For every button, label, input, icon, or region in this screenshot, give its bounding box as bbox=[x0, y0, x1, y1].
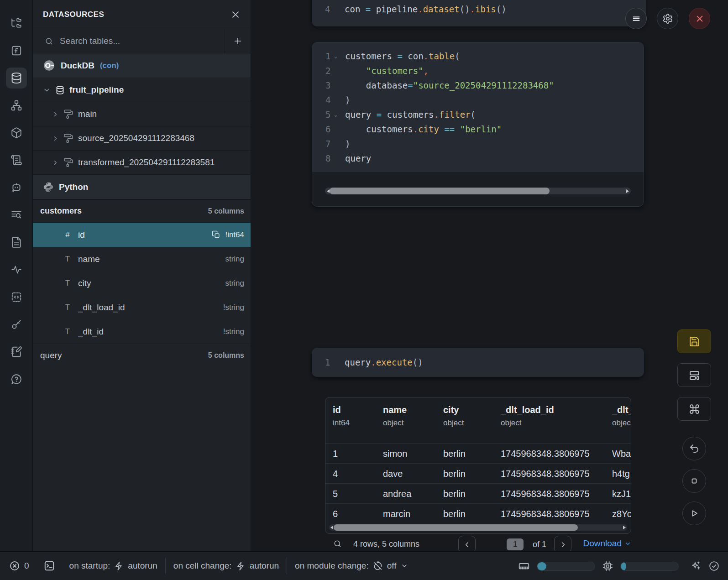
code-line[interactable]: 4) bbox=[312, 93, 644, 107]
connected-check-icon[interactable] bbox=[708, 560, 720, 572]
database-small-icon bbox=[55, 85, 65, 95]
table-name: customers bbox=[40, 206, 82, 216]
notebook-menu-button[interactable] bbox=[625, 8, 647, 29]
errors-indicator[interactable]: 0 bbox=[9, 560, 29, 571]
code-cell-execute[interactable]: 1query.execute() bbox=[312, 348, 644, 377]
schema-list: main source_202504291112283468 transform… bbox=[33, 102, 251, 175]
tree-item-schema[interactable]: main bbox=[33, 102, 251, 126]
sidebar-item-snippets[interactable] bbox=[6, 287, 27, 308]
table-row[interactable]: 5andreaberlin1745968348.3806975kzJ1 bbox=[325, 484, 631, 504]
column-row[interactable]: T _dlt_id !string bbox=[33, 319, 251, 344]
sidebar-item-find[interactable] bbox=[6, 204, 27, 225]
previous-page-button[interactable] bbox=[458, 536, 476, 551]
sidebar-item-file-tree[interactable] bbox=[6, 13, 27, 34]
search-input[interactable]: Search tables... bbox=[33, 29, 225, 53]
table-header-query[interactable]: query 5 columns bbox=[33, 344, 251, 367]
code-editor[interactable]: 1⌄customers = con.table(2 "customers",3 … bbox=[312, 42, 644, 172]
code-line[interactable]: 3 database="source_202504291112283468" bbox=[312, 78, 644, 93]
sidebar-item-logs[interactable] bbox=[6, 150, 27, 171]
sidebar-item-help[interactable] bbox=[6, 369, 27, 390]
code-line[interactable]: 5⌄query = customers.filter( bbox=[312, 107, 644, 122]
copy-icon[interactable] bbox=[212, 230, 220, 239]
result-column-header[interactable]: cityobject bbox=[443, 405, 464, 428]
ai-sparkles-icon[interactable] bbox=[690, 560, 702, 572]
table-row[interactable]: 4daveberlin1745968348.3806975h4tg bbox=[325, 464, 631, 484]
table-row[interactable]: 6marcinberlin1745968348.3806975z8Yo bbox=[325, 504, 631, 524]
code-line[interactable]: 6 customers.city == "berlin" bbox=[312, 122, 644, 136]
add-datasource-button[interactable] bbox=[225, 29, 251, 53]
column-dtype: string bbox=[225, 255, 244, 264]
result-column-header[interactable]: _dlt_load_idobject bbox=[501, 405, 554, 428]
section-python[interactable]: Python bbox=[33, 175, 251, 199]
column-row[interactable]: T city string bbox=[33, 271, 251, 295]
tree-item-schema[interactable]: source_202504291112283468 bbox=[33, 126, 251, 151]
on-cell-change-setting[interactable]: on cell change: autorun bbox=[173, 561, 279, 571]
scrollbar-thumb[interactable] bbox=[330, 188, 550, 194]
scrollbar-thumb[interactable] bbox=[334, 524, 578, 531]
download-link[interactable]: Download bbox=[583, 538, 632, 549]
code-line[interactable]: 7) bbox=[312, 136, 644, 151]
save-button[interactable] bbox=[677, 329, 711, 353]
shutdown-button[interactable] bbox=[689, 8, 710, 29]
sidebar-item-chat[interactable] bbox=[6, 177, 27, 198]
column-row[interactable]: # id !int64 bbox=[33, 223, 251, 247]
layout-toggle-button[interactable] bbox=[677, 363, 711, 387]
scroll-right-arrow-icon[interactable] bbox=[623, 526, 626, 529]
undo-button[interactable] bbox=[682, 437, 706, 460]
code-line[interactable]: 1⌄customers = con.table( bbox=[312, 49, 644, 63]
column-name: _dlt_id bbox=[78, 327, 104, 337]
result-column-header[interactable]: nameobject bbox=[383, 405, 407, 428]
connection-row-duckdb[interactable]: DuckDB (con) bbox=[33, 53, 251, 78]
horizontal-scrollbar[interactable] bbox=[325, 188, 631, 194]
table-header-customers[interactable]: customers 5 columns bbox=[33, 199, 251, 223]
code-line[interactable]: 2 "customers", bbox=[312, 63, 644, 78]
on-module-change-value: off bbox=[387, 561, 397, 571]
column-row[interactable]: T name string bbox=[33, 247, 251, 271]
on-module-change-setting[interactable]: on module change: off bbox=[295, 561, 408, 571]
page-number[interactable]: 1 bbox=[507, 538, 524, 550]
table-horizontal-scrollbar[interactable] bbox=[329, 524, 627, 531]
run-play-icon bbox=[689, 508, 700, 519]
result-column-header[interactable]: _dlt_idobject bbox=[612, 405, 631, 428]
close-panel-icon[interactable] bbox=[230, 10, 241, 20]
sidebar-item-secrets[interactable] bbox=[6, 314, 27, 335]
result-column-header[interactable]: idint64 bbox=[333, 405, 350, 428]
code-line[interactable]: 1query.execute() bbox=[312, 355, 644, 370]
next-page-button[interactable] bbox=[554, 536, 571, 551]
cpu-usage-meter[interactable] bbox=[620, 562, 679, 571]
settings-button[interactable] bbox=[657, 8, 678, 29]
scroll-left-arrow-icon[interactable] bbox=[330, 526, 333, 529]
run-button[interactable] bbox=[682, 502, 706, 525]
code-line[interactable]: 4con = pipeline.dataset().ibis() bbox=[312, 2, 646, 16]
search-placeholder: Search tables... bbox=[60, 36, 120, 46]
table-row[interactable]: 1simonberlin1745968348.3806975Wba bbox=[325, 444, 631, 464]
divider bbox=[165, 558, 166, 574]
column-row[interactable]: T _dlt_load_id !string bbox=[33, 295, 251, 319]
sidebar-item-dependencies[interactable] bbox=[6, 95, 27, 116]
sidebar-item-scratchpad[interactable] bbox=[6, 341, 27, 362]
code-line[interactable]: 8query bbox=[312, 151, 644, 166]
chevron-right-icon bbox=[52, 135, 59, 142]
database-icon bbox=[10, 72, 23, 84]
code-cell-setup[interactable]: 3pipeline = dlt.pipeline(pipeline_name="… bbox=[312, 0, 646, 26]
panel-title: DATASOURCES bbox=[43, 10, 104, 19]
cpu-usage-fill bbox=[621, 562, 626, 570]
sidebar-item-documentation[interactable] bbox=[6, 232, 27, 253]
memory-usage-meter[interactable] bbox=[537, 562, 595, 571]
sidebar-item-functions[interactable] bbox=[6, 40, 27, 61]
notebook-pen-icon bbox=[10, 346, 22, 358]
column-type-icon: T bbox=[63, 327, 72, 336]
on-startup-setting[interactable]: on startup: autorun bbox=[69, 561, 157, 571]
tree-item-database[interactable]: fruit_pipeline bbox=[33, 78, 251, 102]
scroll-right-arrow-icon[interactable] bbox=[626, 189, 629, 193]
stop-button[interactable] bbox=[682, 469, 706, 493]
table-search-icon[interactable] bbox=[333, 539, 342, 548]
sidebar-item-packages[interactable] bbox=[6, 122, 27, 143]
sidebar-item-datasources[interactable] bbox=[6, 68, 27, 89]
memory-usage-fill bbox=[537, 562, 546, 570]
sidebar-item-tracing[interactable] bbox=[6, 259, 27, 280]
activity-icon bbox=[10, 264, 22, 276]
tree-item-schema[interactable]: transformed_202504291112283581 bbox=[33, 151, 251, 175]
command-palette-button[interactable] bbox=[677, 397, 711, 421]
terminal-button[interactable] bbox=[43, 560, 55, 572]
